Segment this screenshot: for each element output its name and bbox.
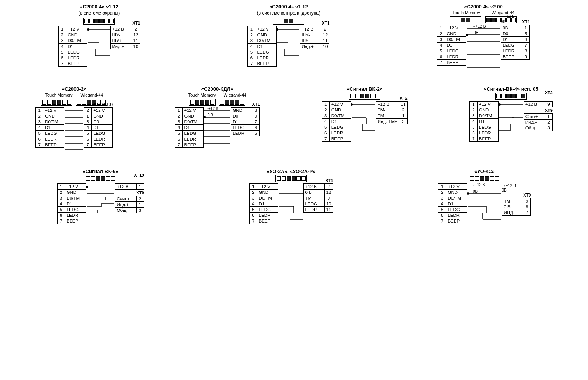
row-3: «Сигнал ВК-6» 1+12 V 2GND 3D0/TM 4D1 bbox=[5, 169, 584, 237]
title-c2000-2: «С2000-2» bbox=[62, 86, 86, 92]
pin-name: LEDG bbox=[43, 131, 64, 136]
pin-name: GND bbox=[92, 113, 113, 119]
sq bbox=[57, 100, 61, 105]
pin-num: 2 bbox=[84, 108, 92, 113]
pin-num: 5 bbox=[322, 124, 329, 130]
pin-name: GND bbox=[255, 32, 277, 38]
pin-name: Счит+ bbox=[524, 114, 545, 120]
pin-name: Инд.+ bbox=[115, 202, 136, 208]
pin-row: D05 bbox=[501, 31, 530, 37]
pin-name: D1 bbox=[255, 44, 277, 49]
xt2-label: XT2 (XT3) bbox=[93, 102, 113, 106]
pin-name: LEDR bbox=[231, 131, 252, 136]
pin-row: 5LEDG bbox=[248, 49, 277, 55]
pin-row: LEDG10 bbox=[303, 201, 333, 207]
diagram-signal-vk4: «Сигнал-ВК-4» исп. 05 1+12 V 2GND 3D0/TM… bbox=[469, 86, 553, 147]
pin-name: ИНД. bbox=[502, 210, 523, 216]
arrow-12v-uo4c: →+12 В bbox=[502, 183, 531, 188]
diagram-uo4c: «УО-4С» 1+12 V 2GND 3D0/TM 4D1 5LEDG bbox=[438, 169, 531, 237]
pin-row: 0 В8 bbox=[502, 204, 531, 210]
pin-num: 7 bbox=[522, 43, 530, 48]
pin-row: +12 В11 bbox=[376, 102, 407, 107]
pin-row: 7BEEP bbox=[57, 218, 86, 224]
pin-num: 9 bbox=[523, 198, 531, 204]
title-c2000-4-access: «С2000-4» v1.12 bbox=[269, 4, 308, 10]
pin-row: 7BEEP bbox=[437, 60, 466, 66]
pin-row: 7BEEP bbox=[438, 218, 467, 224]
pin-num: 4 bbox=[58, 44, 66, 49]
page-container: «С2000-4» v1.12 (в системе охраны) 1+12 … bbox=[5, 4, 584, 237]
pin-num: 5 bbox=[437, 48, 445, 54]
pin-name: +12 V bbox=[92, 108, 113, 113]
pin-name: ШУ- bbox=[300, 32, 321, 38]
sq bbox=[101, 176, 105, 181]
pin-name: GND bbox=[445, 31, 466, 37]
pin-name: LEDG bbox=[329, 124, 351, 130]
touch-memory-label: Touch Memory bbox=[453, 10, 480, 15]
connector-row-vk6 bbox=[85, 175, 116, 182]
pin-name: LEDR bbox=[329, 130, 351, 136]
pin-num: 4 bbox=[249, 201, 257, 207]
pin-row: 6LEDR bbox=[322, 130, 351, 136]
pin-num: 10 bbox=[321, 44, 329, 49]
sq bbox=[230, 100, 234, 105]
pin-num: 5 bbox=[249, 207, 257, 213]
pin-row: 4D1 bbox=[36, 125, 64, 131]
left-pin-c2000-2: 1+12 V 2GND 3D0/TM 4D1 5LEDG 6LEDR 7BEEP bbox=[35, 107, 64, 148]
sq bbox=[516, 94, 520, 98]
title-c2000-4-security: «С2000-4» v1.12 bbox=[80, 4, 118, 10]
pin-name: LEDG bbox=[446, 207, 467, 213]
pin-name: Инд.+ bbox=[110, 44, 132, 49]
pin-name: LEDR bbox=[65, 213, 86, 218]
pin-name: D1 bbox=[92, 125, 113, 131]
sq bbox=[375, 94, 379, 98]
pin-num: 3 bbox=[399, 119, 407, 124]
sq bbox=[461, 18, 465, 22]
pin-num: 5 bbox=[522, 31, 530, 37]
pin-row: 6LEDR bbox=[84, 136, 113, 142]
conn-wig-kdl bbox=[219, 99, 245, 106]
pin-name: D1 bbox=[43, 125, 64, 131]
right-pin-vk4: Счит+1 Инд.+2 Общ.3 bbox=[524, 113, 553, 131]
pin-row: 1+12 V bbox=[322, 102, 351, 107]
pin-num: 3 bbox=[437, 37, 445, 43]
right-pin-table: +12 В2 ШУ-12 ШУ+11 Инд.+10 bbox=[110, 26, 140, 49]
wiring-c2000-2 bbox=[64, 107, 84, 153]
pin-row: LEDR8 bbox=[501, 48, 530, 54]
pin-row: 6LEDR bbox=[58, 55, 87, 61]
diagram-c2000-4-v200: «С2000-4» v2.00 Touch Memory Wiegand-44 bbox=[437, 4, 530, 79]
pin-row: 3D0/TM bbox=[175, 119, 204, 125]
pin-row: ШУ-12 bbox=[110, 32, 140, 38]
pin-row: +12 В2 bbox=[110, 26, 140, 32]
pin-num: 4 bbox=[175, 125, 183, 131]
pin-num: 6 bbox=[437, 54, 445, 60]
pin-name: D1 bbox=[257, 201, 278, 207]
sq bbox=[451, 18, 455, 22]
sq bbox=[292, 176, 296, 181]
pin-name: D1 bbox=[446, 201, 467, 207]
pin-num: 6 bbox=[438, 213, 446, 218]
pin-row: 6LEDR bbox=[469, 130, 498, 136]
pin-name: ТМ- bbox=[376, 107, 399, 113]
pin-name: +12 В bbox=[300, 26, 321, 32]
pin-name: LEDG bbox=[183, 131, 204, 136]
pin-row: 2GND bbox=[249, 190, 278, 195]
pin-name: D0/TM bbox=[446, 195, 467, 201]
pin-row: Инд. ТМ+3 bbox=[376, 119, 407, 124]
pin-row: 1+12 V bbox=[249, 184, 278, 190]
pin-name: 0 В bbox=[502, 204, 523, 210]
sq bbox=[190, 100, 194, 105]
left-pin-table-v200: 1+12 V 2GND 3D0/TM 4D1 5LEDG 6LEDR 7BEEP bbox=[437, 25, 466, 66]
pin-name: LEDG bbox=[477, 124, 498, 130]
pin-row: +12 В1 bbox=[115, 184, 144, 190]
sq bbox=[96, 176, 100, 181]
pin-num: 6 bbox=[58, 55, 66, 61]
svg-text:0В: 0В bbox=[473, 189, 478, 193]
pin-num: 1 bbox=[522, 25, 530, 31]
pin-row: LEDG6 bbox=[231, 125, 260, 131]
pin-row: 1+12 V bbox=[248, 26, 277, 32]
pin-row: 4D1 bbox=[58, 44, 87, 49]
pin-row: 3D0 bbox=[84, 119, 113, 125]
pin-num: 11 bbox=[324, 207, 333, 213]
sq bbox=[360, 94, 364, 98]
